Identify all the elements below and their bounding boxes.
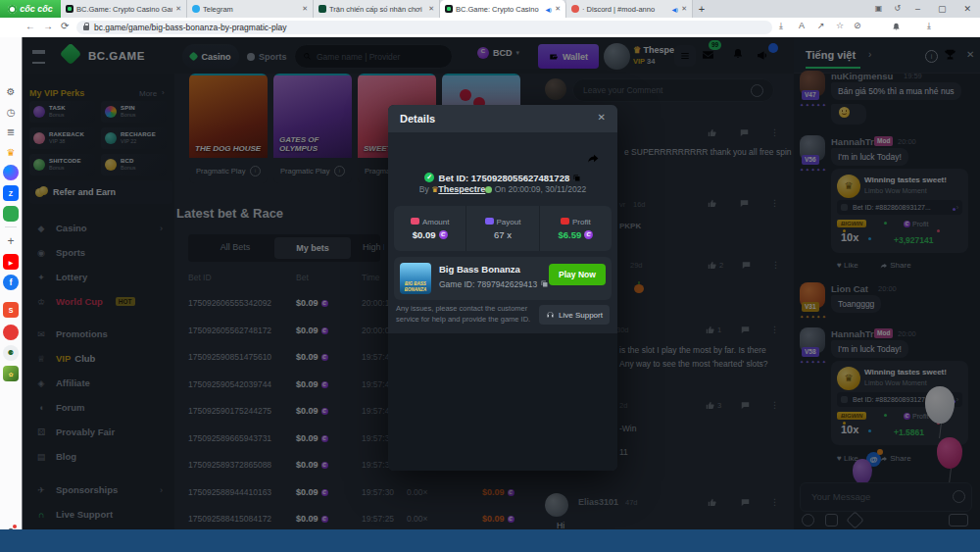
tab-favicon [571, 5, 579, 13]
screen-capture-icon[interactable]: ▣ [869, 0, 889, 18]
profit-icon [561, 218, 569, 225]
messenger-icon[interactable] [3, 165, 19, 180]
game-id-line: Game ID: 7897942629413 [439, 279, 549, 289]
modal-result-area [388, 333, 617, 471]
tab-close-icon[interactable]: ✕ [428, 5, 434, 13]
bet-details-modal: Details ✕ Bet ID: 1750928055627481728 By… [388, 105, 617, 471]
play-now-button[interactable]: Play Now [549, 264, 606, 285]
amount-icon [411, 218, 419, 225]
share-bet-icon[interactable] [587, 152, 600, 165]
coccoc-brand-button[interactable]: cốc cốc [0, 0, 61, 18]
bet-id-line: Bet ID: 1750928055627481728 [388, 168, 617, 185]
windows-taskbar: ⌃ ◀) ENG 8:00 PM 11/30/2022 [0, 529, 980, 552]
frog-emoji [485, 186, 492, 193]
window-maximize-button[interactable]: ▢ [929, 0, 956, 18]
live-support-button[interactable]: Live Support [539, 305, 610, 325]
tab-close-icon[interactable]: ✕ [681, 5, 687, 13]
browser-tab[interactable]: BC.Game: Crypto Casino ✕ [440, 0, 566, 18]
soccer-app-icon[interactable]: ⚈ [3, 345, 19, 361]
share-icon[interactable]: ↗ [817, 21, 825, 30]
verified-check-icon [424, 173, 434, 182]
browser-tab[interactable]: Trận chiến cấp số nhân chơi ✕ [314, 0, 440, 18]
translate-icon[interactable]: A [799, 21, 805, 30]
bet-by-line: By ♛Thespectre On 20:00:09, 30/11/2022 [388, 184, 617, 194]
url-omnibox[interactable]: bc.game/game/big-bass-bonanza-by-pragmat… [76, 21, 772, 34]
headset-icon [546, 311, 555, 320]
browser-tab-strip: cốc cốc BC.Game: Crypto Casino Gam ✕ Tel… [0, 0, 980, 18]
tab-title: BC.Game: Crypto Casino Gam [76, 5, 172, 14]
modal-close-icon[interactable]: ✕ [598, 112, 606, 123]
news-feed-icon[interactable]: ≣ [3, 124, 19, 139]
rail-divider [5, 226, 17, 227]
tab-favicon [445, 5, 453, 13]
tab-audio-icon[interactable] [672, 6, 679, 13]
download-tray-icon[interactable]: ⤓ [779, 21, 783, 31]
tab-close-icon[interactable]: ✕ [555, 5, 561, 13]
farm-game-icon[interactable]: ✿ [3, 366, 19, 381]
stat-payout: Payout 67 x [466, 206, 538, 251]
coccoc-logo-icon [8, 5, 17, 14]
reload-icon[interactable]: ⟳ [61, 21, 69, 31]
browser-address-bar: ← → ⟳ bc.game/game/big-bass-bonanza-by-p… [0, 18, 980, 38]
modal-header: Details ✕ [388, 105, 617, 132]
adblock-shield-icon[interactable]: ⊘ [854, 21, 861, 30]
window-close-button[interactable]: ✕ [955, 0, 980, 18]
stat-amount: Amount $0.09 [394, 206, 466, 251]
url-text: bc.game/game/big-bass-bonanza-by-pragmat… [94, 23, 287, 32]
browser-tab[interactable]: BC.Game: Crypto Casino Gam ✕ [61, 0, 187, 18]
support-note: Any issues, please contact the customer … [396, 304, 531, 325]
tab-close-icon[interactable]: ✕ [175, 5, 181, 13]
tab-title: Trận chiến cấp số nhân chơi [329, 5, 425, 14]
back-icon[interactable]: ← [25, 21, 35, 31]
bet-stats: Amount $0.09 Payout 67 x Profit $6.59 [394, 206, 612, 251]
new-tab-button[interactable]: + [693, 0, 710, 18]
shopee-icon[interactable]: S [3, 302, 19, 318]
copy-icon[interactable] [572, 174, 581, 182]
tab-favicon [192, 5, 200, 13]
stat-profit: Profit $6.59 [539, 206, 612, 251]
downloads-icon[interactable]: ⤓ [927, 21, 931, 31]
games-gamepad-icon[interactable] [3, 206, 19, 222]
browser-tab[interactable]: · Discord | #mod-anno ✕ [566, 0, 693, 18]
tab-favicon [318, 5, 326, 13]
game-info-box: BIG BASSBONANZA Big Bass Bonanza Game ID… [394, 257, 612, 300]
restore-icon[interactable]: ↺ [888, 0, 906, 18]
window-minimize-button[interactable]: – [906, 0, 929, 18]
tab-title: · Discord | #mod-anno [582, 5, 669, 14]
browser-side-rail: ⚙ ◷ ≣ ♛ Z + ▶ f S ⚈ ✿ ⋯ [0, 37, 23, 529]
settings-gear-icon[interactable]: ⚙ [3, 83, 19, 99]
red-app-icon[interactable] [3, 325, 19, 340]
tab-title: BC.Game: Crypto Casino [456, 5, 543, 14]
add-shortcut-icon[interactable]: + [3, 233, 19, 249]
forward-icon[interactable]: → [43, 21, 53, 31]
tab-favicon [66, 5, 74, 13]
bookmark-star-icon[interactable]: ☆ [836, 21, 844, 30]
tab-title: Telegram [203, 5, 299, 14]
game-thumbnail[interactable]: BIG BASSBONANZA [400, 263, 431, 294]
youtube-icon[interactable]: ▶ [3, 254, 19, 270]
zalo-icon[interactable]: Z [3, 185, 19, 201]
crown-hot-icon[interactable]: ♛ [3, 144, 19, 160]
screen: cốc cốc BC.Game: Crypto Casino Gam ✕ Tel… [0, 0, 980, 552]
game-title: Big Bass Bonanza [439, 264, 520, 275]
history-icon[interactable]: ◷ [3, 104, 19, 120]
copy-icon[interactable] [540, 279, 549, 288]
tab-audio-icon[interactable] [546, 6, 553, 13]
player-name[interactable]: Thespectre [438, 184, 485, 194]
facebook-icon[interactable]: f [3, 275, 19, 290]
tab-close-icon[interactable]: ✕ [302, 5, 308, 13]
modal-title: Details [400, 113, 435, 125]
lock-icon [83, 25, 89, 30]
payout-icon [485, 218, 494, 225]
notification-bell-icon[interactable] [892, 22, 901, 31]
browser-tab[interactable]: Telegram ✕ [187, 0, 314, 18]
